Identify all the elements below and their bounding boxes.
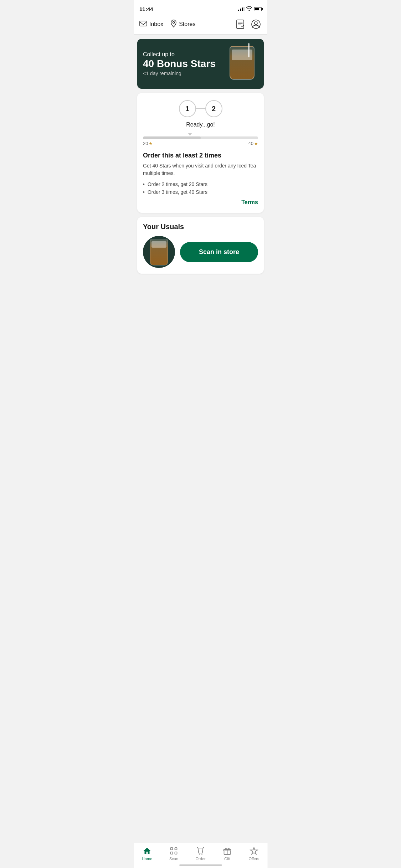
progress-bar-fill	[143, 136, 201, 139]
promo-collect-label: Collect up to	[143, 51, 226, 58]
nav-bar: Inbox Stores	[134, 16, 267, 35]
challenge-bullets: Order 2 times, get 20 Stars Order 3 time…	[143, 181, 258, 195]
step-connector	[195, 108, 206, 109]
progress-label-20: 20 ★	[143, 141, 153, 146]
progress-label-40: 40 ★	[248, 141, 258, 146]
svg-rect-2	[237, 20, 244, 29]
usuals-title: Your Usuals	[143, 223, 258, 231]
nav-right	[235, 19, 262, 30]
progress-labels: 20 ★ 40 ★	[143, 141, 258, 146]
receipt-button[interactable]	[235, 19, 246, 30]
step-2-circle: 2	[205, 100, 222, 117]
wifi-icon	[246, 6, 252, 12]
promo-remaining-label: <1 day remaining	[143, 71, 226, 76]
promo-drink-image	[226, 46, 258, 82]
status-icons	[238, 6, 262, 12]
inbox-label: Inbox	[149, 21, 163, 27]
challenge-bullet-1: Order 2 times, get 20 Stars	[143, 181, 258, 187]
svg-point-4	[255, 22, 257, 25]
stores-nav-item[interactable]: Stores	[170, 20, 195, 29]
progress-container: 20 ★ 40 ★	[143, 133, 258, 146]
svg-point-1	[173, 22, 175, 24]
star-icon-20: ★	[149, 141, 153, 146]
usual-drink-circle	[143, 236, 175, 268]
ready-text: Ready...go!	[143, 122, 258, 128]
battery-icon	[254, 7, 262, 11]
progress-bar-bg	[143, 136, 258, 139]
bottom-spacer	[137, 278, 264, 306]
progress-arrow	[143, 133, 258, 136]
usuals-row: Scan in store	[143, 236, 258, 268]
step-1-circle: 1	[179, 100, 196, 117]
challenge-bullet-2: Order 3 times, get 40 Stars	[143, 189, 258, 195]
inbox-nav-item[interactable]: Inbox	[139, 21, 163, 28]
star-icon-40: ★	[254, 141, 258, 146]
status-time: 11:44	[139, 6, 153, 12]
location-icon	[170, 20, 177, 29]
step-indicators: 1 2	[143, 100, 258, 117]
challenge-description: Get 40 Stars when you visit and order an…	[143, 162, 258, 177]
promo-stars-label: 40 Bonus Stars	[143, 58, 226, 69]
signal-icon	[238, 7, 245, 11]
terms-link[interactable]: Terms	[143, 199, 258, 206]
svg-point-3	[252, 20, 260, 29]
challenge-title: Order this at least 2 times	[143, 152, 258, 159]
usuals-card: Your Usuals Scan in store	[137, 217, 264, 274]
status-bar: 11:44	[134, 0, 267, 16]
inbox-icon	[139, 21, 147, 28]
promo-banner[interactable]: Collect up to 40 Bonus Stars <1 day rema…	[137, 39, 264, 89]
usual-drink-visual	[150, 239, 168, 265]
main-content: Collect up to 40 Bonus Stars <1 day rema…	[134, 35, 267, 311]
promo-text: Collect up to 40 Bonus Stars <1 day rema…	[143, 51, 226, 77]
challenge-card: 1 2 Ready...go! 20 ★ 40 ★ Order	[137, 93, 264, 213]
profile-button[interactable]	[250, 19, 262, 30]
svg-rect-0	[140, 21, 147, 26]
nav-left: Inbox Stores	[139, 20, 235, 29]
scan-in-store-button[interactable]: Scan in store	[180, 242, 258, 262]
stores-label: Stores	[179, 21, 195, 27]
